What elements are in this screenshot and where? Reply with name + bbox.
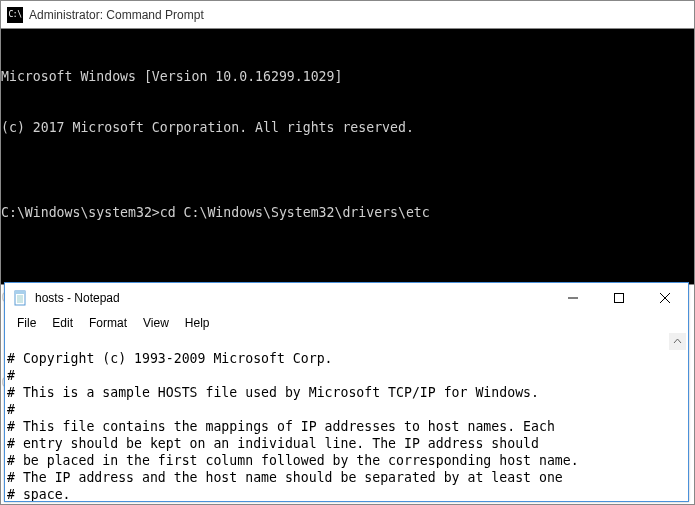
scroll-up-button[interactable] [669, 333, 686, 350]
svg-rect-1 [15, 291, 25, 294]
command-prompt-window: C:\ Administrator: Command Prompt Micros… [0, 0, 695, 285]
file-line: # be placed in the first column followed… [7, 453, 579, 468]
file-line: # entry should be kept on an individual … [7, 436, 539, 451]
close-button[interactable] [642, 283, 688, 313]
notepad-title: hosts - Notepad [35, 291, 120, 305]
menu-file[interactable]: File [9, 314, 44, 332]
file-line: # [7, 402, 15, 417]
menu-help[interactable]: Help [177, 314, 218, 332]
cmd-line: C:\Windows\system32>cd C:\Windows\System… [1, 204, 694, 221]
cmd-line: Microsoft Windows [Version 10.0.16299.10… [1, 68, 694, 85]
window-buttons [550, 283, 688, 313]
maximize-button[interactable] [596, 283, 642, 313]
minimize-button[interactable] [550, 283, 596, 313]
cmd-line: (c) 2017 Microsoft Corporation. All righ… [1, 119, 694, 136]
menu-edit[interactable]: Edit [44, 314, 81, 332]
file-line: # space. [7, 487, 71, 501]
file-line: # This is a sample HOSTS file used by Mi… [7, 385, 539, 400]
file-line: # The IP address and the host name shoul… [7, 470, 563, 485]
notepad-content[interactable]: # Copyright (c) 1993-2009 Microsoft Corp… [5, 333, 688, 501]
cmd-icon: C:\ [7, 7, 23, 23]
svg-rect-7 [615, 294, 624, 303]
cmd-titlebar[interactable]: C:\ Administrator: Command Prompt [1, 1, 694, 29]
file-line: # [7, 368, 15, 383]
notepad-menubar: File Edit Format View Help [5, 313, 688, 333]
file-line: # This file contains the mappings of IP … [7, 419, 555, 434]
menu-format[interactable]: Format [81, 314, 135, 332]
cmd-title: Administrator: Command Prompt [29, 8, 204, 22]
menu-view[interactable]: View [135, 314, 177, 332]
notepad-titlebar[interactable]: hosts - Notepad [5, 283, 688, 313]
notepad-window: hosts - Notepad File Edit Format View He… [4, 282, 689, 502]
file-line: # Copyright (c) 1993-2009 Microsoft Corp… [7, 351, 333, 366]
notepad-icon [13, 290, 29, 306]
